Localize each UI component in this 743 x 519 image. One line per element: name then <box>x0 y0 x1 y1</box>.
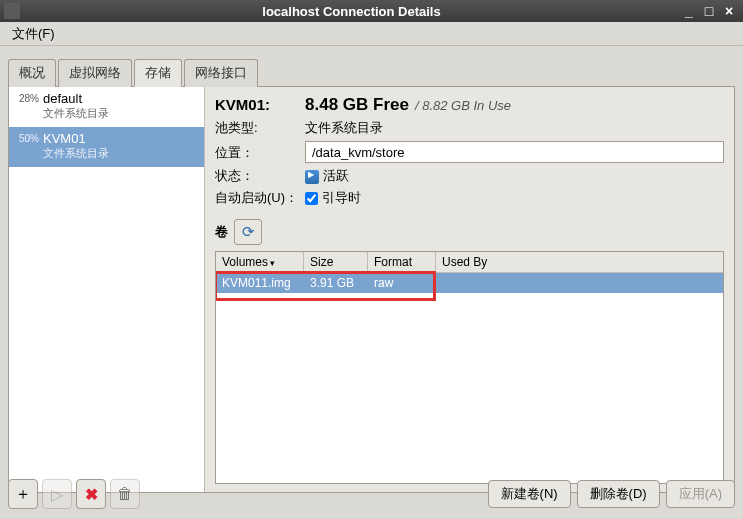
start-pool-button[interactable]: ▷ <box>42 479 72 509</box>
pool-list: 28% default 文件系统目录 50% KVM01 文件系统目录 <box>9 87 205 492</box>
sort-down-icon: ▾ <box>270 258 275 268</box>
maximize-button[interactable]: □ <box>699 3 719 19</box>
refresh-button[interactable]: ⟳ <box>234 219 262 245</box>
pool-detail: KVM01: 8.48 GB Free / 8.82 GB In Use 池类型… <box>205 87 734 492</box>
location-input[interactable] <box>305 141 724 163</box>
col-size[interactable]: Size <box>304 252 368 272</box>
footer: ＋ ▷ ✖ 🗑 新建卷(N) 删除卷(D) 应用(A) <box>8 477 735 511</box>
tab-bar: 概况 虚拟网络 存储 网络接口 <box>8 58 735 87</box>
col-format[interactable]: Format <box>368 252 436 272</box>
table-header: Volumes▾ Size Format Used By <box>216 252 723 273</box>
col-volumes[interactable]: Volumes▾ <box>216 252 304 272</box>
autostart-value: 引导时 <box>322 190 361 205</box>
cell-usedby <box>436 273 723 293</box>
app-icon <box>4 3 20 19</box>
volumes-label: 卷 <box>215 223 228 241</box>
close-window-button[interactable]: × <box>719 3 739 19</box>
volume-table: Volumes▾ Size Format Used By KVM011.img … <box>215 251 724 484</box>
menu-file[interactable]: 文件(F) <box>6 23 61 45</box>
tab-network-interface[interactable]: 网络接口 <box>184 59 258 87</box>
menubar: 文件(F) <box>0 22 743 46</box>
pool-item-default[interactable]: 28% default 文件系统目录 <box>9 87 204 127</box>
cell-size: 3.91 GB <box>304 273 368 293</box>
state-value: 活跃 <box>323 168 349 183</box>
tab-storage[interactable]: 存储 <box>134 59 182 87</box>
pool-percent: 28% <box>15 91 39 104</box>
minimize-button[interactable]: _ <box>679 3 699 19</box>
pool-type: 文件系统目录 <box>43 106 198 121</box>
table-row[interactable]: KVM011.img 3.91 GB raw <box>216 273 723 293</box>
autostart-checkbox[interactable] <box>305 192 318 205</box>
storage-pane: 28% default 文件系统目录 50% KVM01 文件系统目录 KVM0… <box>8 87 735 493</box>
autostart-label: 自动启动(U)： <box>215 189 305 207</box>
pool-name-label: KVM01: <box>215 96 305 113</box>
play-icon: ▷ <box>51 485 63 504</box>
stop-icon: ✖ <box>85 485 98 504</box>
tab-overview[interactable]: 概况 <box>8 59 56 87</box>
cell-format: raw <box>368 273 436 293</box>
window-title: localhost Connection Details <box>24 4 679 19</box>
titlebar: localhost Connection Details _ □ × <box>0 0 743 22</box>
trash-icon: 🗑 <box>117 485 133 503</box>
add-pool-button[interactable]: ＋ <box>8 479 38 509</box>
stop-pool-button[interactable]: ✖ <box>76 479 106 509</box>
pool-percent: 50% <box>15 131 39 144</box>
pool-type: 文件系统目录 <box>43 146 198 161</box>
pool-inuse: / 8.82 GB In Use <box>415 98 511 113</box>
pooltype-label: 池类型: <box>215 119 305 137</box>
state-label: 状态： <box>215 167 305 185</box>
apply-button[interactable]: 应用(A) <box>666 480 735 508</box>
cell-name: KVM011.img <box>216 273 304 293</box>
plus-icon: ＋ <box>15 484 31 505</box>
pool-free: 8.48 GB Free <box>305 95 409 115</box>
pool-name: default <box>43 91 198 106</box>
pool-name: KVM01 <box>43 131 198 146</box>
tab-virtual-network[interactable]: 虚拟网络 <box>58 59 132 87</box>
pooltype-value: 文件系统目录 <box>305 119 383 137</box>
location-label: 位置： <box>215 144 305 162</box>
delete-volume-button[interactable]: 删除卷(D) <box>577 480 660 508</box>
new-volume-button[interactable]: 新建卷(N) <box>488 480 571 508</box>
col-usedby[interactable]: Used By <box>436 252 723 272</box>
delete-pool-button[interactable]: 🗑 <box>110 479 140 509</box>
pool-item-kvm01[interactable]: 50% KVM01 文件系统目录 <box>9 127 204 167</box>
refresh-icon: ⟳ <box>242 223 255 241</box>
state-active-icon <box>305 170 319 184</box>
